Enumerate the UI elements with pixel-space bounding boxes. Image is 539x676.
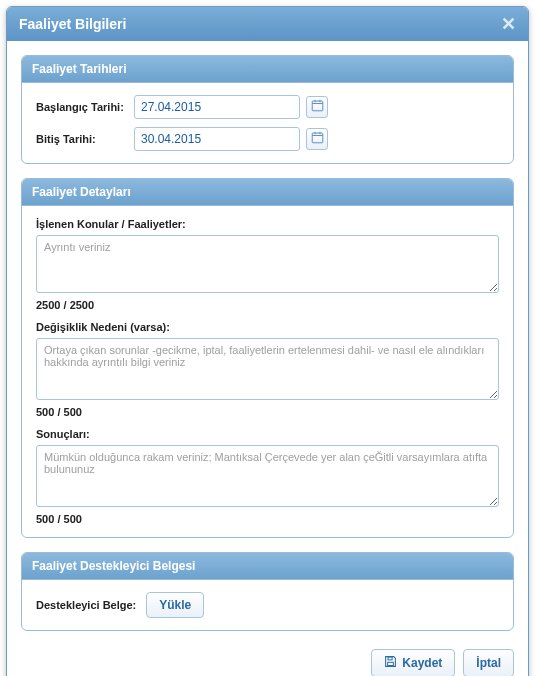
- panel-details-header: Faaliyet Detayları: [22, 179, 513, 206]
- svg-rect-0: [312, 101, 323, 111]
- cancel-button[interactable]: İptal: [463, 649, 514, 676]
- dialog-footer: Kaydet İptal: [21, 645, 514, 676]
- panel-dates: Faaliyet Tarihleri Başlangıç Tarihi: Bit…: [21, 55, 514, 164]
- topics-counter: 2500 / 2500: [36, 299, 499, 311]
- panel-dates-header: Faaliyet Tarihleri: [22, 56, 513, 83]
- change-reason-label: Değişiklik Nedeni (varsa):: [36, 321, 499, 333]
- cancel-button-label: İptal: [476, 656, 501, 670]
- end-date-picker-button[interactable]: [306, 128, 328, 150]
- results-counter: 500 / 500: [36, 513, 499, 525]
- row-end-date: Bitiş Tarihi:: [36, 127, 499, 151]
- close-icon[interactable]: ✕: [501, 17, 516, 31]
- upload-button[interactable]: Yükle: [146, 592, 204, 618]
- upload-button-label: Yükle: [159, 598, 191, 612]
- topics-textarea[interactable]: [36, 235, 499, 293]
- save-button[interactable]: Kaydet: [371, 649, 455, 676]
- results-textarea[interactable]: [36, 445, 499, 507]
- svg-rect-8: [388, 662, 394, 665]
- field-topics: İşlenen Konular / Faaliyetler: 2500 / 25…: [36, 218, 499, 311]
- dialog-body: Faaliyet Tarihleri Başlangıç Tarihi: Bit…: [7, 41, 528, 676]
- start-date-input[interactable]: [134, 95, 300, 119]
- start-date-label: Başlangıç Tarihi:: [36, 101, 134, 113]
- panel-dates-body: Başlangıç Tarihi: Bitiş Tarihi:: [22, 83, 513, 163]
- start-date-picker-button[interactable]: [306, 96, 328, 118]
- topics-label: İşlenen Konular / Faaliyetler:: [36, 218, 499, 230]
- results-label: Sonuçları:: [36, 428, 499, 440]
- save-icon: [384, 655, 397, 671]
- panel-details: Faaliyet Detayları İşlenen Konular / Faa…: [21, 178, 514, 538]
- change-reason-counter: 500 / 500: [36, 406, 499, 418]
- svg-rect-9: [388, 657, 392, 660]
- panel-docs-header: Faaliyet Destekleyici Belgesi: [22, 553, 513, 580]
- save-button-label: Kaydet: [402, 656, 442, 670]
- field-change-reason: Değişiklik Nedeni (varsa): 500 / 500: [36, 321, 499, 418]
- calendar-icon: [311, 99, 324, 115]
- change-reason-textarea[interactable]: [36, 338, 499, 400]
- panel-details-body: İşlenen Konular / Faaliyetler: 2500 / 25…: [22, 206, 513, 537]
- field-results: Sonuçları: 500 / 500: [36, 428, 499, 525]
- svg-rect-4: [312, 133, 323, 143]
- upload-row: Destekleyici Belge: Yükle: [36, 592, 499, 618]
- row-start-date: Başlangıç Tarihi:: [36, 95, 499, 119]
- dialog-header: Faaliyet Bilgileri ✕: [7, 7, 528, 41]
- panel-docs: Faaliyet Destekleyici Belgesi Destekleyi…: [21, 552, 514, 631]
- calendar-icon: [311, 131, 324, 147]
- upload-label: Destekleyici Belge:: [36, 599, 136, 611]
- dialog: Faaliyet Bilgileri ✕ Faaliyet Tarihleri …: [6, 6, 529, 676]
- end-date-input[interactable]: [134, 127, 300, 151]
- dialog-title: Faaliyet Bilgileri: [19, 16, 126, 32]
- end-date-label: Bitiş Tarihi:: [36, 133, 134, 145]
- panel-docs-body: Destekleyici Belge: Yükle: [22, 580, 513, 630]
